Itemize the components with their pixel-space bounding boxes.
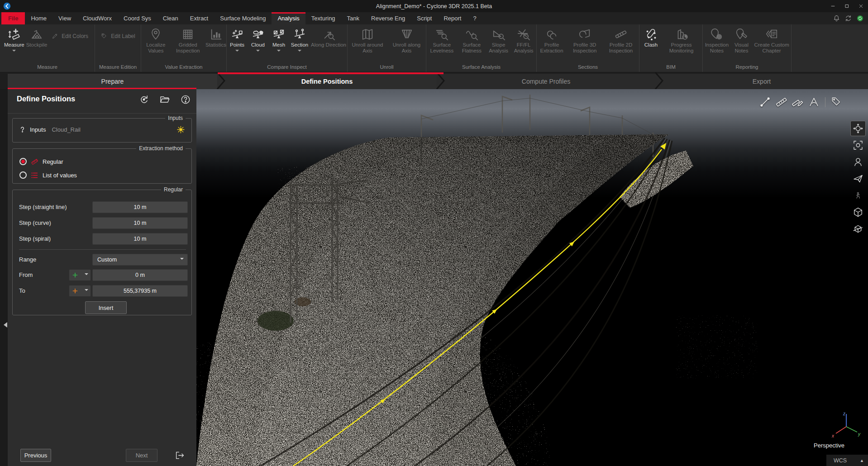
- menu-item-texturing[interactable]: Texturing: [305, 12, 341, 24]
- menu-item-view[interactable]: View: [52, 12, 77, 24]
- previous-button[interactable]: Previous: [20, 449, 51, 462]
- open-result-button[interactable]: [158, 93, 172, 106]
- measure-distance-button[interactable]: [775, 96, 787, 108]
- ribbon-button-stockpile[interactable]: Stockpile: [25, 27, 48, 49]
- option-list-of-values[interactable]: List of values: [19, 170, 77, 180]
- close-button[interactable]: [854, 0, 868, 12]
- exit-workflow-button[interactable]: [172, 449, 187, 462]
- minimize-button[interactable]: [826, 0, 840, 12]
- ribbon-button-edit-label[interactable]: Edit Label: [97, 31, 138, 41]
- menu-item-item[interactable]: ?: [467, 12, 482, 24]
- menu-item-cloudworx[interactable]: CloudWorx: [77, 12, 118, 24]
- standard-views-button[interactable]: [850, 204, 866, 220]
- step-curve-input[interactable]: [92, 217, 188, 229]
- center-view-button[interactable]: [850, 138, 866, 153]
- fly-mode-button[interactable]: [850, 171, 866, 186]
- menu-item-report[interactable]: Report: [438, 12, 467, 24]
- ribbon-button-section[interactable]: Section: [289, 27, 310, 54]
- from-label: From: [19, 271, 33, 278]
- visibility-sun-icon[interactable]: [176, 125, 185, 134]
- range-select[interactable]: Custom: [92, 254, 188, 266]
- orbit-mode-button[interactable]: [850, 121, 866, 136]
- menu-item-extract[interactable]: Extract: [184, 12, 214, 24]
- ribbon-button-progress-monitoring[interactable]: Progress Monitoring: [662, 27, 701, 55]
- measure-point-to-point-button[interactable]: [759, 96, 771, 108]
- menu-item-surface-modeling[interactable]: Surface Modeling: [214, 12, 272, 24]
- win-close-icon: [858, 4, 863, 9]
- center-view-icon: [853, 140, 863, 151]
- ribbon-button-measure[interactable]: Measure: [3, 27, 25, 54]
- help-button[interactable]: [179, 93, 192, 106]
- measure-angle-button[interactable]: [808, 96, 820, 108]
- reset-parameters-button[interactable]: [137, 93, 151, 106]
- ribbon-button-clash[interactable]: Clash: [641, 27, 662, 49]
- question-icon: [19, 126, 26, 133]
- menu-item-home[interactable]: Home: [25, 12, 52, 24]
- connection-status-button[interactable]: [856, 14, 864, 22]
- ribbon-button-inspection-notes[interactable]: Inspection Notes: [703, 27, 731, 55]
- ribbon-button-statistics[interactable]: Statistics: [205, 27, 226, 49]
- ribbon-button-points[interactable]: Points: [227, 27, 248, 54]
- measure-annotate-button[interactable]: [792, 96, 804, 108]
- ribbon-button-create-custom-chapter[interactable]: Create Custom Chapter: [752, 27, 791, 55]
- viewport-3d[interactable]: z y x Perspective WCS ▲: [196, 89, 868, 466]
- walk-mode-button[interactable]: [850, 188, 866, 203]
- ribbon-button-surface-levelness[interactable]: Surface Levelness: [426, 27, 458, 55]
- to-marker-icon: [72, 287, 79, 295]
- from-marker-combo[interactable]: [69, 269, 91, 281]
- workflow-step-define-positions[interactable]: Define Positions: [217, 74, 437, 89]
- menu-item-coord-sys[interactable]: Coord Sys: [118, 12, 157, 24]
- ribbon-button-profile-3d-inspection[interactable]: Profile 3D Inspection: [567, 27, 603, 55]
- menu-item-reverse-eng[interactable]: Reverse Eng: [365, 12, 411, 24]
- step-spiral-input[interactable]: [92, 233, 188, 245]
- next-button[interactable]: Next: [126, 449, 157, 462]
- ribbon-button-localize-values[interactable]: Localize Values: [141, 27, 171, 55]
- ribbon-button-slope-analysis[interactable]: Slope Analysis: [486, 27, 511, 55]
- app-logo-icon[interactable]: [3, 2, 11, 10]
- open-result-icon: [159, 94, 170, 105]
- option-regular[interactable]: Regular: [19, 157, 63, 166]
- workflow-step-compute-profiles[interactable]: Compute Profiles: [437, 74, 655, 89]
- ribbon-button-surface-flatness[interactable]: Surface Flatness: [458, 27, 486, 55]
- ribbon-button-profile-extraction[interactable]: Profile Extraction: [537, 27, 567, 55]
- ribbon-button-cloud[interactable]: Cloud: [248, 27, 268, 54]
- step-straight-input[interactable]: [92, 201, 188, 213]
- label-tool-button[interactable]: [830, 96, 843, 108]
- wcs-selector[interactable]: WCS ▲: [826, 455, 868, 466]
- capture-view-button[interactable]: [850, 221, 866, 237]
- menu-item-tank[interactable]: Tank: [341, 12, 365, 24]
- ribbon-button-gridded-inspection[interactable]: Gridded Inspection: [171, 27, 205, 55]
- chevron-down-icon: [180, 258, 184, 262]
- ribbon-button-along-direction[interactable]: Along Direction: [310, 27, 347, 49]
- menu-item-script[interactable]: Script: [411, 12, 438, 24]
- radio-list-of-values[interactable]: [19, 171, 27, 179]
- notifications-button[interactable]: [833, 14, 840, 22]
- profile-3d-inspection-icon: [578, 28, 591, 41]
- from-input[interactable]: [92, 269, 188, 281]
- point-cloud-scene[interactable]: [196, 89, 868, 466]
- menu-item-file[interactable]: File: [1, 12, 25, 24]
- menu-item-analysis[interactable]: Analysis: [272, 12, 305, 24]
- ribbon-group-label: Surface Analysis: [426, 63, 536, 72]
- insert-button[interactable]: Insert: [85, 301, 127, 314]
- ribbon-button-ff-fl-analysis[interactable]: FF/FL Analysis: [511, 27, 536, 55]
- radio-regular[interactable]: [19, 158, 27, 165]
- ribbon-button-edit-colors[interactable]: Edit Colors: [48, 31, 91, 41]
- workflow-step-prepare[interactable]: Prepare: [8, 74, 217, 89]
- to-marker-combo[interactable]: [69, 285, 91, 297]
- examine-mode-button[interactable]: [850, 154, 866, 170]
- ribbon-button-profile-2d-inspection[interactable]: Profile 2D Inspection: [603, 27, 639, 55]
- collapse-panel-arrow-icon[interactable]: [1, 322, 7, 328]
- sync-button[interactable]: [844, 14, 852, 22]
- menu-item-clean[interactable]: Clean: [157, 12, 184, 24]
- to-input[interactable]: [92, 285, 188, 297]
- ribbon-group-measure-edition: Edit LabelMeasure Edition: [95, 24, 141, 72]
- maximize-button[interactable]: [840, 0, 854, 12]
- inputs-value[interactable]: Cloud_Rail: [52, 126, 81, 133]
- ribbon-button-mesh[interactable]: Mesh: [268, 27, 289, 54]
- ribbon-button-visual-notes[interactable]: Visual Notes: [731, 27, 752, 55]
- workflow-step-export[interactable]: Export: [655, 74, 868, 89]
- win-max-icon: [844, 4, 849, 9]
- ribbon-button-unroll-along-axis[interactable]: Unroll along Axis: [387, 27, 426, 55]
- ribbon-button-unroll-around-axis[interactable]: Unroll around Axis: [348, 27, 387, 55]
